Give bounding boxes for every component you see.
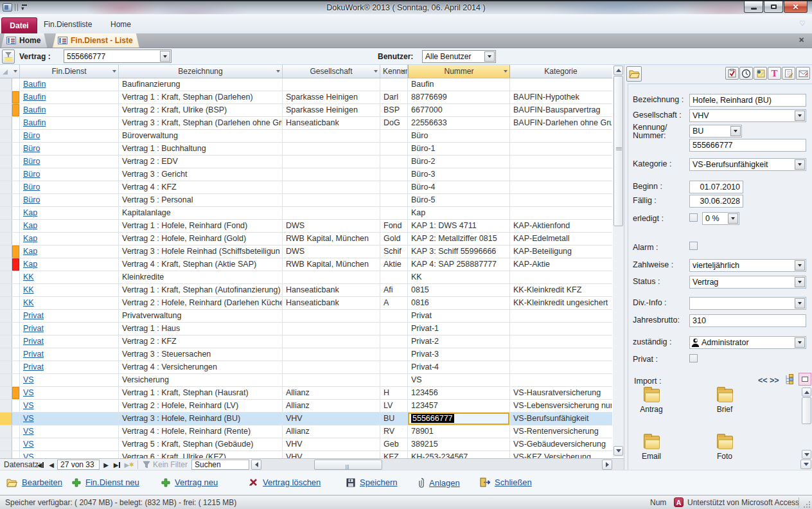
cell-findienst[interactable]: VS <box>20 374 119 386</box>
cell-bezeichnung[interactable]: Vertrag 1 : Hofele, Reinhard (Fond) <box>119 220 283 232</box>
row-selector[interactable] <box>0 91 12 103</box>
text-button[interactable]: T <box>768 67 781 80</box>
tab-findienst-liste[interactable]: Fin.Dienst - Liste <box>53 33 139 48</box>
dropdown-icon[interactable] <box>795 260 805 271</box>
cell-nummer[interactable]: 88776699 <box>408 91 510 103</box>
cell-gesellschaft[interactable]: VHV <box>283 438 380 451</box>
scroll-right-button[interactable] <box>602 460 612 470</box>
next-record-button[interactable]: ▶ <box>102 460 110 470</box>
zustaendig-combobox[interactable]: Administrator <box>689 336 806 349</box>
ribbon-tab-home[interactable]: Home <box>110 20 131 29</box>
cell-bezeichnung[interactable]: Vertrag 3 : Gericht <box>119 168 283 181</box>
cell-kennung[interactable] <box>380 78 408 91</box>
scroll-down-button[interactable] <box>613 446 623 456</box>
cell-gesellschaft[interactable] <box>283 156 380 168</box>
table-horizontal-scrollbar[interactable] <box>251 459 624 470</box>
row-selector[interactable] <box>0 451 12 458</box>
cell-nummer[interactable]: 22556633 <box>408 117 510 129</box>
row-selector[interactable] <box>0 168 12 181</box>
cell-nummer[interactable]: 0816 <box>408 297 510 309</box>
row-selector[interactable] <box>0 233 12 245</box>
row-selector[interactable] <box>0 323 12 335</box>
cell-kennung[interactable]: Schif <box>380 246 408 258</box>
cell-bezeichnung[interactable]: Vertrag 2 : KFZ <box>119 335 283 348</box>
import-dropdown-button[interactable] <box>800 460 811 469</box>
table-row[interactable]: Büro Vertrag 5 : Personal Büro-5 <box>0 194 612 207</box>
table-row[interactable]: VS Vertrag 3 : Hofele, Reinhard (BU) VHV… <box>0 413 612 425</box>
cell-gesellschaft[interactable]: RWB Kapital, München <box>283 258 380 271</box>
cell-gesellschaft[interactable]: VHV <box>283 413 380 425</box>
cell-bezeichnung[interactable]: Kleinkredite <box>119 271 283 283</box>
dropdown-icon[interactable] <box>160 51 170 62</box>
ribbon-tab-datei[interactable]: Datei <box>1 17 37 33</box>
cell-nummer[interactable]: KAP 1: DWS 4711 <box>408 220 510 232</box>
vertrag-neu-button[interactable]: Vertrag neu <box>161 478 218 487</box>
filter-button[interactable] <box>2 49 15 64</box>
cell-gesellschaft[interactable] <box>283 168 380 181</box>
cell-findienst[interactable]: Büro <box>20 168 119 181</box>
cell-kennung[interactable]: Darl <box>380 91 408 103</box>
row-selector[interactable] <box>0 387 12 399</box>
cell-findienst[interactable]: Kap <box>20 220 119 232</box>
cell-nummer[interactable]: 555666777 <box>408 413 510 425</box>
cell-findienst[interactable]: Büro <box>20 156 119 168</box>
table-row[interactable]: VS Versicherung VS <box>0 374 612 387</box>
cell-nummer[interactable]: Privat <box>408 310 510 322</box>
cell-kennung[interactable]: RV <box>380 425 408 438</box>
row-selector[interactable] <box>0 220 12 232</box>
minimize-button[interactable] <box>744 1 763 13</box>
cell-bezeichnung[interactable]: Büroverwaltung <box>119 130 283 142</box>
notes-button[interactable] <box>754 67 767 80</box>
dropdown-icon[interactable] <box>728 213 738 224</box>
row-selector[interactable] <box>0 130 12 142</box>
cell-kategorie[interactable]: KK-Kleinkredit ungesichert <box>510 297 612 309</box>
row-selector[interactable] <box>0 438 12 451</box>
import-tree-button[interactable] <box>784 374 794 388</box>
cell-nummer[interactable]: Büro-1 <box>408 143 510 155</box>
cell-kennung[interactable] <box>380 348 408 361</box>
cell-findienst[interactable]: KK <box>20 297 119 309</box>
maximize-button[interactable] <box>764 1 783 13</box>
dropdown-icon[interactable] <box>795 111 805 121</box>
cell-findienst[interactable]: Privat <box>20 348 119 361</box>
cell-gesellschaft[interactable] <box>283 143 380 155</box>
cell-nummer[interactable]: KAP 3: Schiff 55996666 <box>408 246 510 258</box>
cell-gesellschaft[interactable]: Hanseaticbank <box>283 297 380 309</box>
cell-bezeichnung[interactable]: Vertrag 5 : Kraft, Stephan (Gebäude) <box>119 438 283 451</box>
cell-gesellschaft[interactable] <box>283 361 380 373</box>
cell-nummer[interactable]: Büro <box>408 130 510 142</box>
cell-findienst[interactable]: KK <box>20 271 119 283</box>
row-selector[interactable] <box>0 413 12 425</box>
cell-nummer[interactable]: Büro-4 <box>408 181 510 193</box>
cell-kategorie[interactable] <box>510 156 612 168</box>
row-selector[interactable] <box>0 104 12 116</box>
privat-checkbox[interactable] <box>689 354 698 362</box>
cell-gesellschaft[interactable] <box>283 335 380 348</box>
resize-grip[interactable] <box>803 501 811 508</box>
table-row[interactable]: Büro Büroverwaltung Büro <box>0 130 612 143</box>
cell-bezeichnung[interactable]: Vertrag 2 : Hofele, Reinhard (Darlehen K… <box>119 297 283 309</box>
beginn-input[interactable]: 01.07.2010 <box>689 181 743 193</box>
cell-kategorie[interactable] <box>510 207 612 219</box>
cell-kategorie[interactable]: KAP-Aktienfond <box>510 220 612 232</box>
cell-kennung[interactable] <box>380 130 408 142</box>
cell-kategorie[interactable]: VS-KFZ Versicherung <box>510 451 612 458</box>
cell-bezeichnung[interactable]: Vertrag 3 : Kraft, Stephan (Darlehen ohn… <box>119 117 283 129</box>
dropdown-icon[interactable] <box>730 126 741 136</box>
cell-gesellschaft[interactable]: DWS <box>283 246 380 258</box>
cell-nummer[interactable]: Kap <box>408 207 510 219</box>
table-row[interactable]: Kap Kapitalanlage Kap <box>0 207 612 220</box>
cell-bezeichnung[interactable]: Vertrag 1 : Haus <box>119 323 283 335</box>
alarm-checkbox[interactable] <box>689 242 698 250</box>
cell-nummer[interactable]: Büro-3 <box>408 168 510 181</box>
cell-kennung[interactable]: Aktie <box>380 258 408 271</box>
cell-kennung[interactable] <box>380 335 408 348</box>
cell-kategorie[interactable]: BAUFIN-Bausparvertrag <box>510 104 612 116</box>
cell-nummer[interactable]: KAP 2: Metallziffer 0815 <box>408 233 510 245</box>
nummer-input[interactable]: 555666777 <box>689 139 806 152</box>
cell-gesellschaft[interactable] <box>283 374 380 386</box>
cell-gesellschaft[interactable]: RWB Kapital, München <box>283 233 380 245</box>
cell-gesellschaft[interactable] <box>283 194 380 206</box>
cell-bezeichnung[interactable]: Vertrag 4 : Kraft, Stephan (Aktie SAP) <box>119 258 283 271</box>
kennung-combobox[interactable]: BU <box>689 125 742 138</box>
